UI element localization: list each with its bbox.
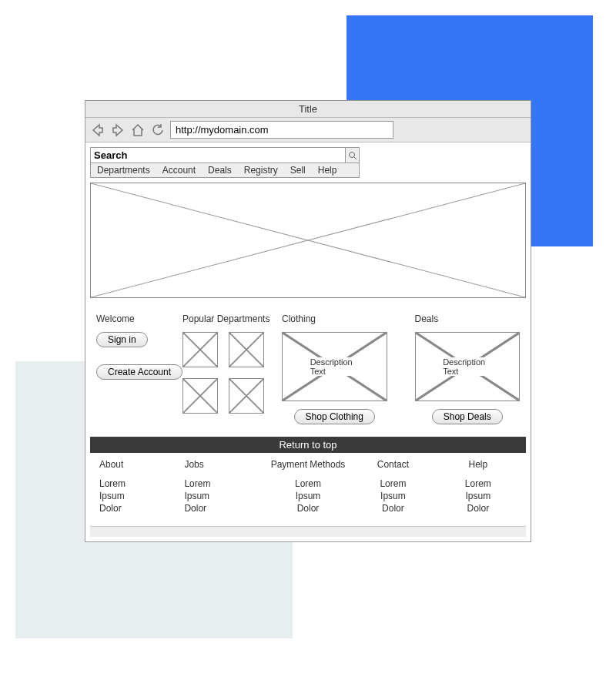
footer-link[interactable]: Dolor [354, 502, 431, 514]
refresh-icon[interactable] [150, 122, 166, 138]
footer-link[interactable]: Dolor [440, 502, 517, 514]
home-icon[interactable] [130, 122, 146, 138]
clothing-image-placeholder: Description Text [282, 332, 387, 401]
browser-toolbar [85, 118, 531, 142]
forward-icon[interactable] [110, 122, 126, 138]
department-thumb-1[interactable] [182, 332, 218, 367]
footer: About Lorem Ipsum Dolor Jobs Lorem Ipsum… [90, 453, 526, 526]
window-title: Title [85, 101, 531, 118]
create-account-button[interactable]: Create Account [96, 364, 182, 380]
footer-link[interactable]: Lorem [270, 478, 346, 490]
nav-account[interactable]: Account [156, 163, 202, 177]
search-input[interactable] [90, 147, 346, 163]
nav-sell[interactable]: Sell [284, 163, 312, 177]
nav-departments[interactable]: Departments [91, 163, 156, 177]
footer-link[interactable]: Lorem [440, 478, 517, 490]
return-to-top-button[interactable]: Return to top [90, 437, 526, 453]
footer-payment-head: Payment Methods [270, 459, 346, 470]
footer-link[interactable]: Ipsum [184, 490, 261, 502]
shop-clothing-button[interactable]: Shop Clothing [294, 409, 375, 424]
main-menu: Departments Account Deals Registry Sell … [90, 163, 360, 178]
footer-about-head: About [99, 459, 176, 470]
footer-help-head: Help [440, 459, 517, 470]
footer-link[interactable]: Lorem [99, 478, 176, 490]
clothing-desc: Description Text [309, 357, 360, 376]
footer-bar [90, 526, 526, 537]
footer-link[interactable]: Ipsum [99, 490, 176, 502]
nav-registry[interactable]: Registry [238, 163, 284, 177]
url-input[interactable] [170, 121, 393, 139]
department-thumb-3[interactable] [182, 378, 218, 414]
footer-link[interactable]: Lorem [184, 478, 261, 490]
clothing-title: Clothing [282, 313, 387, 324]
back-icon[interactable] [90, 122, 105, 138]
nav-help[interactable]: Help [312, 163, 343, 177]
nav-deals[interactable]: Deals [202, 163, 238, 177]
footer-link[interactable]: Dolor [270, 502, 346, 514]
footer-link[interactable]: Ipsum [440, 490, 517, 502]
footer-jobs-head: Jobs [184, 459, 261, 470]
footer-link[interactable]: Ipsum [354, 490, 431, 502]
footer-link[interactable]: Dolor [99, 502, 176, 514]
hero-image-placeholder [90, 183, 526, 298]
deals-title: Deals [415, 313, 521, 324]
deals-image-placeholder: Description Text [415, 332, 521, 401]
svg-point-0 [349, 152, 354, 157]
footer-contact-head: Contact [354, 459, 431, 470]
welcome-signin-button[interactable]: Sign in [96, 332, 148, 347]
footer-link[interactable]: Ipsum [270, 490, 346, 502]
footer-link[interactable]: Lorem [354, 478, 431, 490]
search-icon[interactable] [346, 147, 360, 163]
welcome-title: Welcome [96, 313, 173, 324]
footer-link[interactable]: Dolor [184, 502, 261, 514]
browser-window: Title Departments Account Deals Registry [85, 100, 531, 542]
shop-deals-button[interactable]: Shop Deals [432, 409, 503, 424]
department-thumb-4[interactable] [229, 378, 264, 414]
department-thumb-2[interactable] [229, 332, 264, 367]
popular-title: Popular Departments [182, 313, 273, 324]
deals-desc: Description Text [441, 357, 493, 376]
svg-line-1 [354, 157, 357, 159]
